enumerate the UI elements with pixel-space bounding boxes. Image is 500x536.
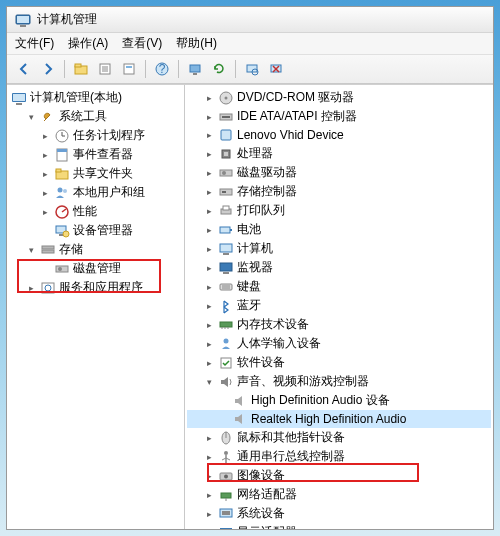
device-category-label: 键盘 [237, 278, 261, 295]
battery-icon [218, 222, 234, 238]
computer-icon-button[interactable] [184, 58, 206, 80]
keyboard-icon [218, 279, 234, 295]
svg-rect-29 [56, 169, 61, 172]
device-category-sound[interactable]: ▾声音、视频和游戏控制器 [187, 372, 491, 391]
tree-local-users[interactable]: ▸ 本地用户和组 [9, 183, 182, 202]
clock-icon [54, 128, 70, 144]
expand-icon[interactable]: ▸ [203, 300, 215, 312]
device-category-hid[interactable]: ▸人体学输入设备 [187, 334, 491, 353]
device-category-software_dev[interactable]: ▸软件设备 [187, 353, 491, 372]
tree-storage[interactable]: ▾ 存储 [9, 240, 182, 259]
expand-icon[interactable]: ▸ [39, 149, 51, 161]
expand-icon[interactable]: ▸ [203, 167, 215, 179]
expand-icon[interactable]: ▸ [203, 281, 215, 293]
device-category-imaging[interactable]: ▸图像设备 [187, 466, 491, 485]
expand-icon[interactable]: ▸ [203, 319, 215, 331]
back-button[interactable] [13, 58, 35, 80]
expand-icon[interactable]: ▸ [203, 451, 215, 463]
device-category-cpu[interactable]: ▸处理器 [187, 144, 491, 163]
expand-icon[interactable]: ▸ [203, 527, 215, 530]
hd_audio-icon [232, 393, 248, 409]
expand-icon[interactable]: ▸ [39, 130, 51, 142]
menu-file[interactable]: 文件(F) [15, 35, 54, 52]
tree-device-manager[interactable]: 设备管理器 [9, 221, 182, 240]
expand-icon[interactable]: ▸ [203, 489, 215, 501]
device-category-print_queue[interactable]: ▸打印队列 [187, 201, 491, 220]
expand-icon[interactable]: ▸ [203, 508, 215, 520]
expand-icon[interactable]: ▸ [203, 357, 215, 369]
realtek-icon [232, 411, 248, 427]
folder-button[interactable] [70, 58, 92, 80]
cpu-icon [218, 146, 234, 162]
device-category-mouse[interactable]: ▸鼠标和其他指针设备 [187, 428, 491, 447]
collapse-icon[interactable]: ▾ [203, 376, 215, 388]
menu-view[interactable]: 查看(V) [122, 35, 162, 52]
svg-rect-62 [220, 284, 232, 290]
device-category-monitor[interactable]: ▸监视器 [187, 258, 491, 277]
tree-services[interactable]: ▸ 服务和应用程序 [9, 278, 182, 297]
collapse-icon[interactable]: ▾ [25, 244, 37, 256]
expand-icon[interactable]: ▸ [203, 129, 215, 141]
uninstall-button[interactable] [265, 58, 287, 80]
device-item-label: High Definition Audio 设备 [251, 392, 390, 409]
collapse-icon[interactable]: ▾ [25, 111, 37, 123]
properties-button[interactable] [94, 58, 116, 80]
device-category-disk_drives[interactable]: ▸磁盘驱动器 [187, 163, 491, 182]
expand-icon[interactable]: ▸ [203, 186, 215, 198]
forward-button[interactable] [37, 58, 59, 80]
tree-root[interactable]: 计算机管理(本地) [9, 88, 182, 107]
device-item-label: Realtek High Definition Audio [251, 412, 406, 426]
expand-icon[interactable]: ▸ [203, 470, 215, 482]
tree-disk-mgmt[interactable]: 磁盘管理 [9, 259, 182, 278]
expand-icon[interactable]: ▸ [203, 338, 215, 350]
expand-icon[interactable]: ▸ [39, 206, 51, 218]
menu-action[interactable]: 操作(A) [68, 35, 108, 52]
device-item-hd_audio[interactable]: High Definition Audio 设备 [187, 391, 491, 410]
expand-icon[interactable]: ▸ [39, 187, 51, 199]
device-category-network[interactable]: ▸网络适配器 [187, 485, 491, 504]
device-category-label: Lenovo Vhid Device [237, 128, 344, 142]
device-category-lenovo[interactable]: ▸Lenovo Vhid Device [187, 126, 491, 144]
svg-rect-53 [222, 191, 226, 193]
expand-icon[interactable]: ▸ [203, 224, 215, 236]
device-category-computer[interactable]: ▸计算机 [187, 239, 491, 258]
device-category-keyboard[interactable]: ▸键盘 [187, 277, 491, 296]
device-category-battery[interactable]: ▸电池 [187, 220, 491, 239]
expand-icon[interactable]: ▸ [203, 243, 215, 255]
device-category-label: 打印队列 [237, 202, 285, 219]
device-category-memory_tech[interactable]: ▸内存技术设备 [187, 315, 491, 334]
device-category-system_dev[interactable]: ▸系统设备 [187, 504, 491, 523]
help-button[interactable]: ? [151, 58, 173, 80]
tree-task-scheduler[interactable]: ▸ 任务计划程序 [9, 126, 182, 145]
scan-button[interactable] [241, 58, 263, 80]
tree-event-viewer[interactable]: ▸ 事件查看器 [9, 145, 182, 164]
device-category-ide[interactable]: ▸IDE ATA/ATAPI 控制器 [187, 107, 491, 126]
svg-rect-79 [221, 493, 231, 498]
tree-shared-folders[interactable]: ▸ 共享文件夹 [9, 164, 182, 183]
device-category-bluetooth[interactable]: ▸蓝牙 [187, 296, 491, 315]
expand-icon[interactable]: ▸ [203, 92, 215, 104]
expand-icon[interactable]: ▸ [203, 262, 215, 274]
device-category-display[interactable]: ▸显示适配器 [187, 523, 491, 529]
refresh-button[interactable] [208, 58, 230, 80]
svg-rect-9 [124, 64, 134, 74]
print_queue-icon [218, 203, 234, 219]
filter-button[interactable] [118, 58, 140, 80]
device-item-realtek[interactable]: Realtek High Definition Audio [187, 410, 491, 428]
tree-performance[interactable]: ▸ 性能 [9, 202, 182, 221]
device-category-dvd[interactable]: ▸DVD/CD-ROM 驱动器 [187, 88, 491, 107]
device-category-usb[interactable]: ▸通用串行总线控制器 [187, 447, 491, 466]
memory_tech-icon [218, 317, 234, 333]
device-category-storage_ctrl[interactable]: ▸存储控制器 [187, 182, 491, 201]
menu-help[interactable]: 帮助(H) [176, 35, 217, 52]
tree-system-tools[interactable]: ▾ 系统工具 [9, 107, 182, 126]
expand-icon[interactable]: ▸ [203, 205, 215, 217]
expand-icon[interactable]: ▸ [25, 282, 37, 294]
titlebar: 计算机管理 [7, 7, 493, 33]
expand-icon[interactable]: ▸ [39, 168, 51, 180]
hid-icon [218, 336, 234, 352]
services-label: 服务和应用程序 [59, 279, 143, 296]
expand-icon[interactable]: ▸ [203, 111, 215, 123]
expand-icon[interactable]: ▸ [203, 148, 215, 160]
expand-icon[interactable]: ▸ [203, 432, 215, 444]
